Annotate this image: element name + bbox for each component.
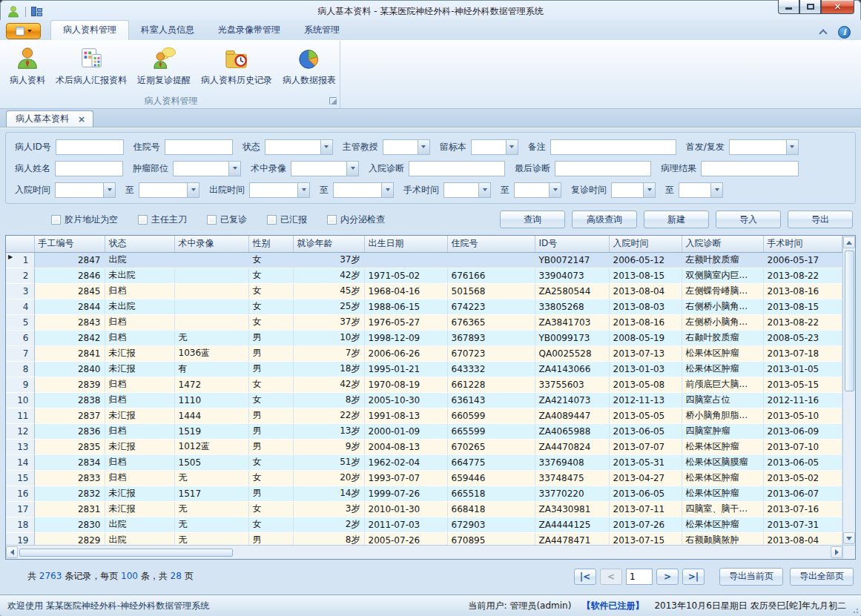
column-header-4[interactable]: 性别 bbox=[248, 236, 293, 252]
column-header-7[interactable]: 住院号 bbox=[447, 236, 535, 252]
import-button[interactable]: 导入 bbox=[716, 211, 781, 228]
table-row[interactable]: 132835未汇报1012蓝男9岁2004-08-13670265ZA44708… bbox=[6, 439, 842, 454]
page-number-input[interactable] bbox=[626, 569, 653, 585]
column-header-8[interactable]: ID号 bbox=[535, 236, 609, 252]
last-page-button[interactable]: >| bbox=[682, 569, 705, 585]
filter-首发/复发-combo[interactable] bbox=[729, 139, 799, 155]
table-row[interactable]: 72841未汇报1036蓝男7岁2006-06-26670723QA002552… bbox=[6, 345, 842, 361]
column-header-11[interactable]: 手术时间 bbox=[763, 236, 842, 252]
collapse-ribbon-icon[interactable] bbox=[819, 29, 827, 37]
dropdown-arrow-icon[interactable] bbox=[786, 140, 798, 154]
table-row[interactable]: 162832未汇报1517男14岁1999-07-266655183377022… bbox=[6, 486, 842, 501]
scroll-right-button[interactable] bbox=[831, 546, 842, 558]
table-row[interactable]: 82840未汇报有男18岁1995-01-21643332ZA414306620… bbox=[6, 361, 842, 377]
advanced-query-button[interactable]: 高级查询 bbox=[572, 211, 637, 228]
first-page-button[interactable]: |< bbox=[574, 569, 596, 585]
dialog-launcher-icon[interactable] bbox=[329, 97, 337, 105]
filter-手术时间-combo[interactable] bbox=[443, 182, 491, 198]
filter-病人ID号-input[interactable] bbox=[56, 139, 124, 155]
ribbon-tab-4[interactable]: 系统管理 bbox=[292, 20, 352, 40]
resize-grip-icon[interactable] bbox=[851, 606, 858, 613]
dropdown-arrow-icon[interactable] bbox=[103, 183, 115, 197]
filter-病人姓名-input[interactable] bbox=[55, 161, 123, 176]
table-row[interactable]: 62842归档无男10岁1998-12-09367893YB0099173200… bbox=[6, 330, 842, 345]
export-current-page-button[interactable]: 导出当前页 bbox=[719, 568, 783, 586]
table-row[interactable]: 22846未出院女42岁1971-05-02676166339040732013… bbox=[6, 268, 842, 283]
filter-状态-combo[interactable] bbox=[265, 139, 333, 155]
filter-checkbox-1[interactable]: 胶片地址为空 bbox=[51, 213, 118, 226]
table-row[interactable]: 152833归档无女20岁1993-07-0765944633748475201… bbox=[6, 470, 842, 486]
column-header-3[interactable]: 术中录像 bbox=[174, 236, 248, 252]
table-row[interactable]: 92839归档1472女42岁1970-08-19661228337556032… bbox=[6, 377, 842, 392]
table-row[interactable]: 182830出院无女2岁2011-07-03672903ZA4444125201… bbox=[6, 517, 842, 532]
vertical-scrollbar[interactable] bbox=[842, 236, 855, 545]
prev-page-button[interactable]: < bbox=[600, 569, 622, 585]
dropdown-arrow-icon[interactable] bbox=[297, 183, 309, 197]
filter-主管教授-combo[interactable] bbox=[383, 139, 430, 155]
column-header-1[interactable]: 手工编号 bbox=[34, 236, 105, 252]
tab-close-icon[interactable]: × bbox=[78, 115, 85, 124]
dropdown-arrow-icon[interactable] bbox=[506, 140, 518, 154]
dropdown-arrow-icon[interactable] bbox=[228, 162, 240, 176]
filter-checkbox-4[interactable]: 已汇报 bbox=[267, 213, 307, 226]
filter-住院号-input[interactable] bbox=[165, 139, 233, 155]
filter-至-combo[interactable] bbox=[333, 182, 394, 198]
dropdown-arrow-icon[interactable] bbox=[643, 183, 655, 197]
ribbon-tab-3[interactable]: 光盘录像带管理 bbox=[206, 20, 292, 40]
filter-最后诊断-input[interactable] bbox=[555, 161, 651, 176]
filter-checkbox-5[interactable]: 内分泌检查 bbox=[327, 213, 385, 226]
dropdown-arrow-icon[interactable] bbox=[549, 183, 561, 197]
scroll-down-button[interactable] bbox=[843, 532, 855, 544]
filter-病理结果-input[interactable] bbox=[701, 161, 799, 176]
dropdown-arrow-icon[interactable] bbox=[381, 183, 393, 197]
dropdown-arrow-icon[interactable] bbox=[187, 183, 199, 197]
dropdown-arrow-icon[interactable] bbox=[418, 140, 429, 154]
info-icon[interactable]: i bbox=[838, 26, 851, 39]
patient-history-button[interactable]: 病人资料历史记录 bbox=[196, 43, 277, 93]
next-page-button[interactable]: > bbox=[656, 569, 679, 585]
column-header-10[interactable]: 入院诊断 bbox=[682, 236, 763, 252]
table-row[interactable]: 172831未汇报无女3岁2010-01-30668418ZA343098120… bbox=[6, 501, 842, 517]
scroll-left-button[interactable] bbox=[6, 546, 18, 558]
horizontal-scroll-thumb[interactable] bbox=[19, 549, 233, 557]
filter-至-combo[interactable] bbox=[139, 182, 199, 198]
table-row[interactable]: 142834归档1505女51岁1962-02-0466477533769408… bbox=[6, 454, 842, 470]
table-row[interactable]: 1▶2847出院女37岁YB00721472006-05-12左额叶胶质瘤200… bbox=[6, 252, 842, 268]
postop-report-button[interactable]: 术后病人汇报资料 bbox=[50, 43, 132, 93]
table-row[interactable]: 32845归档女45岁1968-04-16501568ZA25805442013… bbox=[6, 283, 842, 299]
patient-data-report-button[interactable]: 病人数据报表 bbox=[277, 43, 341, 93]
filter-至-combo[interactable] bbox=[514, 182, 561, 198]
dropdown-arrow-icon[interactable] bbox=[710, 183, 722, 197]
filter-至-combo[interactable] bbox=[679, 182, 723, 198]
filter-术中录像-combo[interactable] bbox=[291, 161, 359, 176]
column-header-9[interactable]: 入院时间 bbox=[609, 236, 682, 252]
table-row[interactable]: 122836归档1519男13岁2000-01-09665599ZA406598… bbox=[6, 423, 842, 439]
scroll-up-button[interactable] bbox=[843, 236, 855, 248]
tab-patient-basic-info[interactable]: 病人基本资料 × bbox=[6, 110, 93, 127]
maximize-button[interactable] bbox=[799, 0, 821, 14]
revisit-reminder-button[interactable]: 近期复诊提醒 bbox=[132, 43, 196, 93]
app-menu-button[interactable] bbox=[6, 23, 41, 39]
column-header-0[interactable] bbox=[6, 236, 34, 252]
table-row[interactable]: 52843归档女37岁1976-05-27676365ZA38417032013… bbox=[6, 314, 842, 330]
export-button[interactable]: 导出 bbox=[788, 211, 853, 228]
new-button[interactable]: 新建 bbox=[644, 211, 709, 228]
filter-入院时间-combo[interactable] bbox=[55, 182, 116, 198]
filter-checkbox-2[interactable]: 主任主刀 bbox=[138, 213, 187, 226]
dropdown-arrow-icon[interactable] bbox=[346, 162, 358, 176]
filter-复诊时间-combo[interactable] bbox=[611, 182, 656, 198]
table-row[interactable]: 112837未汇报1444男22岁1991-08-13660599ZA40894… bbox=[6, 408, 842, 423]
close-button[interactable]: ✕ bbox=[821, 0, 854, 14]
column-header-6[interactable]: 出生日期 bbox=[364, 236, 447, 252]
filter-出院时间-combo[interactable] bbox=[249, 182, 310, 198]
table-row[interactable]: 192829出院无男8岁2005-07-26670895ZA4478471201… bbox=[6, 532, 842, 545]
export-all-pages-button[interactable]: 导出全部页 bbox=[790, 568, 854, 586]
registered-badge[interactable]: 【软件已注册】 bbox=[581, 600, 644, 612]
dropdown-arrow-icon[interactable] bbox=[320, 140, 332, 154]
horizontal-scrollbar[interactable] bbox=[6, 545, 855, 559]
ribbon-tab-2[interactable]: 科室人员信息 bbox=[129, 20, 206, 40]
filter-入院诊断-input[interactable] bbox=[409, 161, 505, 176]
column-header-2[interactable]: 状态 bbox=[105, 236, 174, 252]
filter-肿瘤部位-combo[interactable] bbox=[173, 161, 241, 176]
table-row[interactable]: 42844未出院女25岁1988-06-15674223338052682013… bbox=[6, 299, 842, 314]
